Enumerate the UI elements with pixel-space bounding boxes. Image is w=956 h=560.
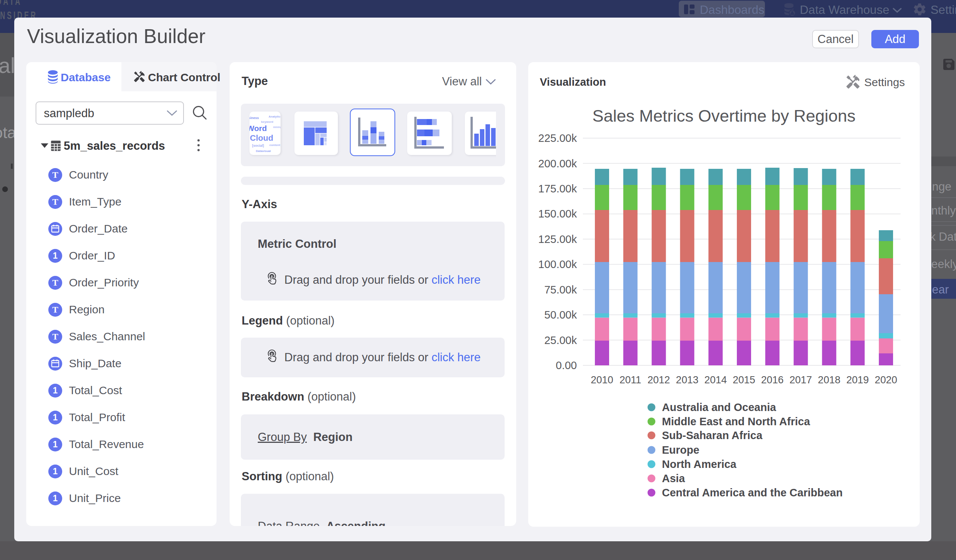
svg-text:2019: 2019: [846, 374, 869, 386]
svg-text:North America: North America: [662, 458, 737, 470]
svg-text:keyword: keyword: [261, 120, 274, 124]
svg-text:2016: 2016: [761, 374, 784, 386]
svg-text:2014: 2014: [704, 374, 727, 386]
svg-text:2015: 2015: [733, 374, 755, 386]
svg-text:Sub-Saharan Africa: Sub-Saharan Africa: [662, 429, 763, 441]
svg-text:Cloud: Cloud: [250, 133, 273, 143]
svg-text:225.00k: 225.00k: [538, 132, 577, 144]
svg-text:0.00: 0.00: [556, 359, 577, 371]
svg-text:2010: 2010: [591, 374, 613, 386]
svg-text:175.00k: 175.00k: [538, 183, 577, 195]
svg-text:Asia: Asia: [662, 472, 685, 485]
svg-text:125.00k: 125.00k: [538, 233, 577, 245]
svg-text:2020: 2020: [875, 374, 897, 386]
svg-text:Datavisual: Datavisual: [256, 149, 271, 153]
svg-text:2011: 2011: [620, 374, 642, 386]
svg-text:100.00k: 100.00k: [538, 258, 577, 270]
svg-text:Analytics: Analytics: [269, 115, 281, 118]
svg-text:Europe: Europe: [662, 444, 700, 456]
svg-text:mining: mining: [273, 126, 281, 129]
svg-text:75.00k: 75.00k: [544, 284, 577, 296]
svg-text:Australia and Oceania: Australia and Oceania: [662, 401, 776, 413]
svg-text:2013: 2013: [676, 374, 698, 386]
svg-text:2012: 2012: [648, 374, 670, 386]
svg-text:25.00k: 25.00k: [544, 334, 577, 346]
svg-text:Word: Word: [250, 124, 267, 133]
svg-text:2018: 2018: [818, 374, 840, 386]
svg-text:Central America and the Caribb: Central America and the Caribbean: [662, 486, 843, 499]
svg-text:50.00k: 50.00k: [544, 309, 577, 321]
svg-text:200.00k: 200.00k: [538, 158, 577, 169]
svg-text:siness: siness: [250, 116, 259, 120]
svg-text:2017: 2017: [790, 374, 812, 386]
svg-text:150.00k: 150.00k: [538, 208, 577, 220]
svg-text:[social]: [social]: [252, 144, 264, 147]
svg-text:content: content: [269, 143, 280, 147]
svg-text:Middle East and North Africa: Middle East and North Africa: [662, 416, 810, 427]
